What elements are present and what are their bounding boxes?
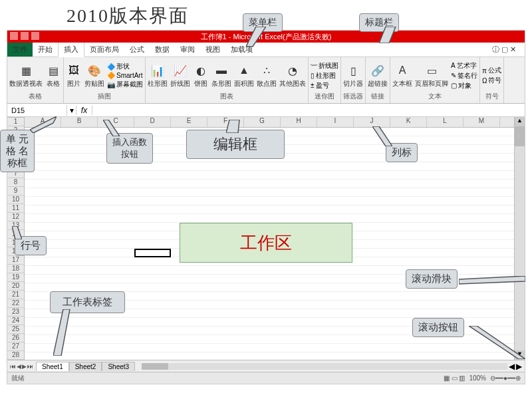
- row-header[interactable]: 23: [7, 308, 24, 317]
- bar-chart-button[interactable]: ▬条形图: [211, 63, 231, 88]
- formula-bar-row: D15 ▾ fx: [7, 104, 525, 117]
- col-header[interactable]: H: [281, 117, 317, 127]
- col-header[interactable]: I: [317, 117, 354, 127]
- tab-file[interactable]: 文件: [7, 43, 33, 57]
- callout-namebox: 单 元格 名称框: [0, 130, 35, 172]
- row-header[interactable]: 9: [7, 187, 24, 196]
- column-chart-button[interactable]: 📊柱形图: [148, 63, 168, 88]
- sheet-tab-2[interactable]: Sheet2: [69, 362, 102, 371]
- col-header[interactable]: E: [171, 117, 207, 127]
- tab-view[interactable]: 视图: [200, 43, 225, 57]
- vscroll-thumb[interactable]: [515, 126, 525, 146]
- group-links: 链接: [368, 92, 388, 101]
- svg-marker-7: [459, 276, 525, 284]
- tab-data[interactable]: 数据: [150, 43, 175, 57]
- hscroll-thumb[interactable]: [142, 363, 168, 370]
- sheet-tab-1[interactable]: Sheet1: [36, 362, 69, 371]
- row-header[interactable]: 1: [7, 118, 24, 126]
- row-header[interactable]: 21: [7, 291, 24, 299]
- group-symbols: 符号: [482, 92, 501, 101]
- col-header[interactable]: D: [134, 117, 171, 127]
- svg-marker-0: [246, 27, 266, 47]
- sparkline-button[interactable]: 〰 折线图: [311, 61, 338, 70]
- equation-button[interactable]: π 公式: [482, 66, 501, 75]
- tab-insert[interactable]: 插入: [58, 42, 84, 57]
- col-header[interactable]: L: [427, 117, 464, 127]
- quick-access-toolbar[interactable]: [10, 31, 39, 40]
- screenshot-button[interactable]: 📷 屏幕截图: [107, 80, 143, 89]
- svg-marker-2: [30, 116, 57, 133]
- slicer-button[interactable]: ▯切片器: [343, 63, 363, 88]
- object-button[interactable]: ▢ 对象: [451, 81, 477, 90]
- row-header[interactable]: 22: [7, 299, 24, 308]
- sparkcol-button[interactable]: ▯ 柱形图: [311, 71, 338, 80]
- picture-button[interactable]: 🖼图片: [66, 63, 82, 88]
- sigline-button[interactable]: ✎ 签名行: [451, 71, 477, 80]
- smartart-button[interactable]: 🔶 SmartArt: [107, 72, 143, 79]
- title-bar: 工作簿1 - Microsoft Excel(产品激活失败) —▢✕: [7, 31, 525, 43]
- row-header[interactable]: 11: [7, 204, 24, 213]
- row-header[interactable]: 28: [7, 351, 24, 360]
- fx-button[interactable]: fx: [76, 106, 92, 115]
- formula-bar[interactable]: [92, 109, 525, 112]
- column-headers[interactable]: ABCDEFGHIJKLM: [25, 117, 514, 128]
- sparkwl-button[interactable]: ± 盈亏: [311, 81, 338, 90]
- selected-cell[interactable]: [134, 249, 171, 257]
- tab-review[interactable]: 审阅: [175, 43, 200, 57]
- svg-marker-9: [469, 326, 525, 359]
- zoom-controls[interactable]: ▦ ▭ ▥ 100% ⊖━━●━━⊕: [444, 374, 521, 382]
- callout-work-area: 工作区: [180, 223, 352, 263]
- hyperlink-button[interactable]: 🔗超链接: [368, 63, 388, 88]
- table-button[interactable]: ▤表格: [45, 63, 61, 88]
- name-box[interactable]: D15: [7, 105, 67, 116]
- row-header[interactable]: 24: [7, 317, 24, 325]
- textbox-button[interactable]: A文本框: [392, 63, 412, 88]
- row-header[interactable]: 18: [7, 265, 24, 273]
- group-filter: 筛选器: [343, 92, 363, 101]
- row-header[interactable]: 12: [7, 213, 24, 221]
- row-header[interactable]: 19: [7, 273, 24, 282]
- scatter-chart-button[interactable]: ∴散点图: [257, 63, 277, 88]
- row-header[interactable]: 27: [7, 342, 24, 351]
- symbol-button[interactable]: Ω 符号: [482, 76, 501, 85]
- other-chart-button[interactable]: ◔其他图表: [279, 63, 306, 88]
- group-illustrations: 插图: [66, 92, 143, 101]
- clipart-button[interactable]: 🎨剪贴图: [84, 63, 104, 88]
- shapes-button[interactable]: 🔷 形状: [107, 62, 143, 71]
- name-dropdown[interactable]: ▾: [67, 106, 76, 115]
- vscroll-track[interactable]: [515, 126, 525, 350]
- horizontal-scrollbar[interactable]: ◀▶: [135, 362, 525, 371]
- col-header[interactable]: J: [354, 117, 390, 127]
- col-header[interactable]: M: [464, 117, 500, 127]
- col-header[interactable]: B: [61, 117, 98, 127]
- svg-marker-3: [103, 120, 120, 136]
- row-header[interactable]: 17: [7, 256, 24, 265]
- col-header[interactable]: K: [390, 117, 427, 127]
- line-chart-button[interactable]: 📈折线图: [170, 63, 190, 88]
- row-header[interactable]: 26: [7, 334, 24, 342]
- tab-layout[interactable]: 页面布局: [84, 43, 124, 57]
- group-charts: 图表: [148, 92, 306, 101]
- group-text: 文本: [392, 92, 477, 101]
- tab-formula[interactable]: 公式: [124, 43, 150, 57]
- wordart-button[interactable]: A 艺术字: [451, 61, 477, 70]
- pivot-button[interactable]: ▦数据透视表: [9, 63, 43, 88]
- col-header[interactable]: G: [244, 117, 281, 127]
- headerfooter-button[interactable]: ▭页眉和页脚: [415, 63, 448, 88]
- scroll-up-button[interactable]: ▲: [515, 117, 525, 126]
- row-header[interactable]: 25: [7, 325, 24, 334]
- tab-home[interactable]: 开始: [33, 43, 58, 57]
- pie-chart-button[interactable]: ◐饼图: [193, 63, 209, 88]
- sheet-nav-buttons[interactable]: ⏮◀▶⏭: [7, 363, 36, 370]
- sheet-tab-3[interactable]: Sheet3: [102, 362, 135, 371]
- row-header[interactable]: 20: [7, 282, 24, 291]
- vertical-scrollbar[interactable]: ▲ ▼: [514, 117, 525, 360]
- svg-marker-1: [379, 27, 396, 43]
- row-header[interactable]: 8: [7, 178, 24, 187]
- window-controls[interactable]: —▢✕: [491, 43, 522, 55]
- group-sparklines: 迷你图: [311, 92, 338, 101]
- ribbon: ▦数据透视表 ▤表格 表格 🖼图片 🎨剪贴图 🔷 形状 🔶 SmartArt 📷…: [7, 57, 525, 104]
- callout-scroll-thumb: 滚动滑块: [406, 269, 458, 289]
- area-chart-button[interactable]: ▲面积图: [234, 63, 254, 88]
- row-header[interactable]: 10: [7, 196, 24, 204]
